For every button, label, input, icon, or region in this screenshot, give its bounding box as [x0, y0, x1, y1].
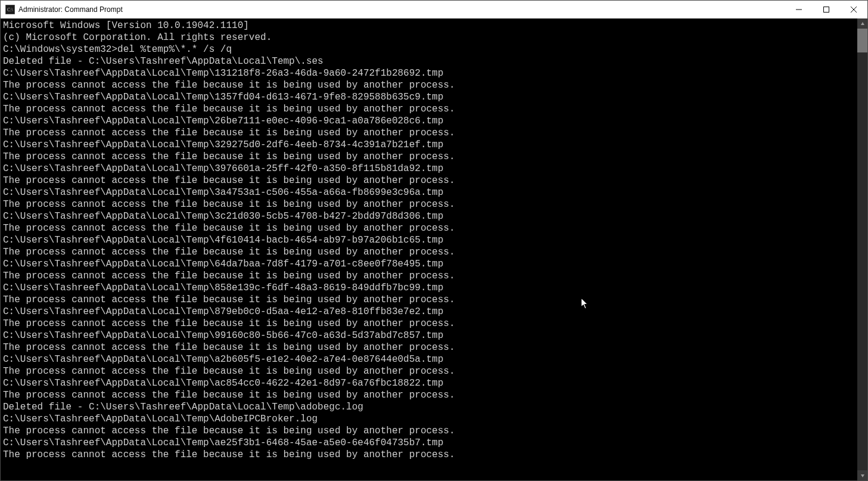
console-output-line: C:\Users\Tashreef\AppData\Local\Temp\ac8… [3, 377, 855, 389]
console-output-line: C:\Users\Tashreef\AppData\Local\Temp\131… [3, 67, 855, 79]
console-output-line: C:\Users\Tashreef\AppData\Local\Temp\Ado… [3, 413, 855, 425]
svg-marker-7 [861, 474, 864, 477]
console-output-line: C:\Users\Tashreef\AppData\Local\Temp\135… [3, 91, 855, 103]
console-output-line: The process cannot access the file becau… [3, 79, 855, 91]
maximize-button[interactable] [813, 1, 840, 18]
client-area: Microsoft Windows [Version 10.0.19042.11… [1, 18, 867, 480]
console-output-line: The process cannot access the file becau… [3, 342, 855, 353]
titlebar[interactable]: C:\ Administrator: Command Prompt [1, 1, 867, 18]
svg-marker-6 [861, 22, 864, 25]
scroll-track[interactable] [857, 29, 867, 470]
window-controls [785, 1, 867, 18]
console-output-line: The process cannot access the file becau… [3, 127, 855, 139]
console-header-line: Microsoft Windows [Version 10.0.19042.11… [3, 20, 855, 32]
console-output-line: The process cannot access the file becau… [3, 270, 855, 282]
svg-rect-3 [824, 7, 829, 13]
console-output-line: C:\Users\Tashreef\AppData\Local\Temp\64d… [3, 258, 855, 270]
console-output-line: The process cannot access the file becau… [3, 294, 855, 306]
console-command: del %temp%\*.* /s /q [117, 44, 232, 55]
console-output-line: C:\Users\Tashreef\AppData\Local\Temp\4f6… [3, 234, 855, 246]
console-output-line: The process cannot access the file becau… [3, 246, 855, 258]
console-output-line: C:\Users\Tashreef\AppData\Local\Temp\26b… [3, 115, 855, 127]
scroll-thumb[interactable] [857, 29, 867, 52]
console-output-line: C:\Users\Tashreef\AppData\Local\Temp\991… [3, 330, 855, 342]
scroll-down-button[interactable] [857, 470, 867, 480]
console-prompt-line: C:\Windows\system32>del %temp%\*.* /s /q [3, 44, 855, 55]
console-output-line: C:\Users\Tashreef\AppData\Local\Temp\3a4… [3, 187, 855, 198]
cmd-app-icon: C:\ [5, 5, 15, 14]
console-output-line: C:\Users\Tashreef\AppData\Local\Temp\ae2… [3, 437, 855, 449]
svg-text:C:\: C:\ [7, 7, 14, 13]
console-prompt: C:\Windows\system32> [3, 44, 117, 55]
scroll-up-button[interactable] [857, 18, 867, 29]
console-output-line: C:\Users\Tashreef\AppData\Local\Temp\397… [3, 163, 855, 175]
console-output-line: C:\Users\Tashreef\AppData\Local\Temp\3c2… [3, 210, 855, 222]
minimize-button[interactable] [785, 1, 813, 18]
window-title: Administrator: Command Prompt [18, 5, 123, 14]
console-output-line: The process cannot access the file becau… [3, 175, 855, 187]
console-output-line: The process cannot access the file becau… [3, 365, 855, 377]
console-output-line: The process cannot access the file becau… [3, 449, 855, 461]
console-output-line: C:\Users\Tashreef\AppData\Local\Temp\a2b… [3, 353, 855, 365]
console-output-line: Deleted file - C:\Users\Tashreef\AppData… [3, 401, 855, 413]
console-output-line: The process cannot access the file becau… [3, 425, 855, 437]
console-output-line: The process cannot access the file becau… [3, 198, 855, 210]
console-output-line: The process cannot access the file becau… [3, 151, 855, 163]
console-output-line: C:\Users\Tashreef\AppData\Local\Temp\879… [3, 306, 855, 318]
console-copyright-line: (c) Microsoft Corporation. All rights re… [3, 32, 855, 44]
console-output-line: C:\Users\Tashreef\AppData\Local\Temp\858… [3, 282, 855, 294]
console-output-line: Deleted file - C:\Users\Tashreef\AppData… [3, 55, 855, 67]
command-prompt-window: C:\ Administrator: Command Prompt Micros… [0, 0, 868, 481]
console-output-line: C:\Users\Tashreef\AppData\Local\Temp\329… [3, 139, 855, 151]
console-output-line: The process cannot access the file becau… [3, 318, 855, 330]
console-output-line: The process cannot access the file becau… [3, 103, 855, 115]
console-output-line: The process cannot access the file becau… [3, 222, 855, 234]
close-button[interactable] [840, 1, 867, 18]
vertical-scrollbar[interactable] [857, 18, 867, 480]
console-output[interactable]: Microsoft Windows [Version 10.0.19042.11… [1, 18, 857, 480]
console-output-line: The process cannot access the file becau… [3, 389, 855, 401]
